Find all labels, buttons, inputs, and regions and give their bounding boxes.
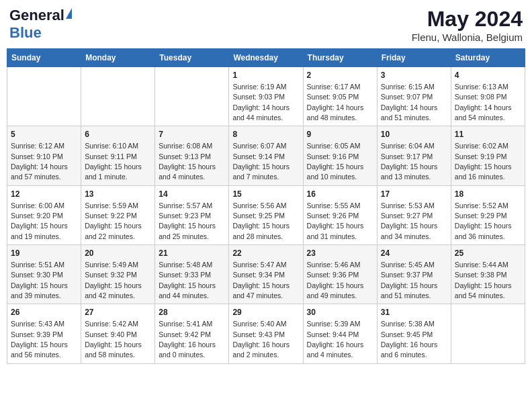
page-header: General Blue May 2024 Flenu, Wallonia, B…: [7, 7, 525, 43]
day-number: 25: [455, 248, 521, 259]
day-number: 19: [11, 248, 77, 259]
day-number: 22: [232, 248, 299, 259]
day-number: 31: [381, 307, 447, 318]
day-number: 30: [307, 307, 373, 318]
logo: General Blue: [9, 7, 72, 42]
calendar-cell: [7, 67, 81, 126]
day-number: 28: [159, 307, 225, 318]
day-info: Sunrise: 6:19 AM Sunset: 9:03 PM Dayligh…: [232, 83, 290, 122]
calendar-cell: [81, 67, 155, 126]
day-number: 8: [232, 129, 299, 140]
day-number: 15: [232, 189, 299, 200]
day-number: 4: [455, 70, 521, 81]
month-year-title: May 2024: [412, 7, 523, 32]
day-info: Sunrise: 6:17 AM Sunset: 9:05 PM Dayligh…: [307, 83, 364, 122]
day-number: 11: [455, 129, 521, 140]
day-number: 21: [159, 248, 225, 259]
calendar-cell: 20Sunrise: 5:49 AM Sunset: 9:32 PM Dayli…: [81, 245, 155, 304]
calendar-cell: 8Sunrise: 6:07 AM Sunset: 9:14 PM Daylig…: [229, 126, 303, 185]
day-number: 18: [455, 189, 521, 200]
day-info: Sunrise: 5:44 AM Sunset: 9:38 PM Dayligh…: [455, 261, 512, 300]
day-info: Sunrise: 5:39 AM Sunset: 9:44 PM Dayligh…: [307, 320, 364, 359]
day-info: Sunrise: 5:56 AM Sunset: 9:25 PM Dayligh…: [232, 201, 290, 240]
calendar-cell: 2Sunrise: 6:17 AM Sunset: 9:05 PM Daylig…: [303, 67, 377, 126]
calendar-cell: 1Sunrise: 6:19 AM Sunset: 9:03 PM Daylig…: [229, 67, 303, 126]
day-number: 6: [85, 129, 151, 140]
day-number: 27: [85, 307, 151, 318]
day-number: 23: [307, 248, 373, 259]
day-number: 13: [85, 189, 151, 200]
day-info: Sunrise: 5:46 AM Sunset: 9:36 PM Dayligh…: [307, 261, 364, 300]
day-info: Sunrise: 5:42 AM Sunset: 9:40 PM Dayligh…: [85, 320, 142, 359]
calendar-cell: 3Sunrise: 6:15 AM Sunset: 9:07 PM Daylig…: [377, 67, 451, 126]
day-info: Sunrise: 6:15 AM Sunset: 9:07 PM Dayligh…: [381, 83, 438, 122]
calendar-table: SundayMondayTuesdayWednesdayThursdayFrid…: [7, 48, 525, 364]
logo-triangle-icon: [66, 8, 72, 19]
calendar-cell: 15Sunrise: 5:56 AM Sunset: 9:25 PM Dayli…: [229, 185, 303, 244]
calendar-cell: 10Sunrise: 6:04 AM Sunset: 9:17 PM Dayli…: [377, 126, 451, 185]
calendar-cell: 31Sunrise: 5:38 AM Sunset: 9:45 PM Dayli…: [377, 304, 451, 363]
weekday-header-tuesday: Tuesday: [155, 49, 229, 67]
calendar-cell: 30Sunrise: 5:39 AM Sunset: 9:44 PM Dayli…: [303, 304, 377, 363]
day-info: Sunrise: 5:57 AM Sunset: 9:23 PM Dayligh…: [159, 201, 216, 240]
day-info: Sunrise: 5:45 AM Sunset: 9:37 PM Dayligh…: [381, 261, 438, 300]
calendar-cell: [451, 304, 525, 363]
calendar-cell: 13Sunrise: 5:59 AM Sunset: 9:22 PM Dayli…: [81, 185, 155, 244]
weekday-header-monday: Monday: [81, 49, 155, 67]
calendar-cell: 28Sunrise: 5:41 AM Sunset: 9:42 PM Dayli…: [155, 304, 229, 363]
day-info: Sunrise: 5:47 AM Sunset: 9:34 PM Dayligh…: [232, 261, 290, 300]
title-block: May 2024 Flenu, Wallonia, Belgium: [412, 7, 523, 43]
calendar-cell: 12Sunrise: 6:00 AM Sunset: 9:20 PM Dayli…: [7, 185, 81, 244]
day-info: Sunrise: 6:08 AM Sunset: 9:13 PM Dayligh…: [159, 142, 216, 181]
day-info: Sunrise: 5:41 AM Sunset: 9:42 PM Dayligh…: [159, 320, 216, 359]
calendar-body: 1Sunrise: 6:19 AM Sunset: 9:03 PM Daylig…: [7, 67, 525, 364]
day-number: 16: [307, 189, 373, 200]
calendar-cell: 4Sunrise: 6:13 AM Sunset: 9:08 PM Daylig…: [451, 67, 525, 126]
day-info: Sunrise: 5:43 AM Sunset: 9:39 PM Dayligh…: [11, 320, 68, 359]
calendar-cell: 26Sunrise: 5:43 AM Sunset: 9:39 PM Dayli…: [7, 304, 81, 363]
calendar-cell: 24Sunrise: 5:45 AM Sunset: 9:37 PM Dayli…: [377, 245, 451, 304]
day-number: 26: [11, 307, 77, 318]
weekday-header-saturday: Saturday: [451, 49, 525, 67]
calendar-cell: 29Sunrise: 5:40 AM Sunset: 9:43 PM Dayli…: [229, 304, 303, 363]
calendar-cell: 17Sunrise: 5:53 AM Sunset: 9:27 PM Dayli…: [377, 185, 451, 244]
day-number: 2: [307, 70, 373, 81]
calendar-cell: 22Sunrise: 5:47 AM Sunset: 9:34 PM Dayli…: [229, 245, 303, 304]
day-number: 24: [381, 248, 447, 259]
calendar-cell: 19Sunrise: 5:51 AM Sunset: 9:30 PM Dayli…: [7, 245, 81, 304]
day-number: 5: [11, 129, 77, 140]
day-info: Sunrise: 6:12 AM Sunset: 9:10 PM Dayligh…: [11, 142, 68, 181]
day-info: Sunrise: 5:49 AM Sunset: 9:32 PM Dayligh…: [85, 261, 142, 300]
calendar-week-5: 26Sunrise: 5:43 AM Sunset: 9:39 PM Dayli…: [7, 304, 525, 363]
calendar-cell: 14Sunrise: 5:57 AM Sunset: 9:23 PM Dayli…: [155, 185, 229, 244]
calendar-week-2: 5Sunrise: 6:12 AM Sunset: 9:10 PM Daylig…: [7, 126, 525, 185]
calendar-cell: 9Sunrise: 6:05 AM Sunset: 9:16 PM Daylig…: [303, 126, 377, 185]
day-info: Sunrise: 6:07 AM Sunset: 9:14 PM Dayligh…: [232, 142, 290, 181]
day-info: Sunrise: 6:10 AM Sunset: 9:11 PM Dayligh…: [85, 142, 142, 181]
calendar-cell: 11Sunrise: 6:02 AM Sunset: 9:19 PM Dayli…: [451, 126, 525, 185]
day-info: Sunrise: 5:59 AM Sunset: 9:22 PM Dayligh…: [85, 201, 142, 240]
calendar-cell: 16Sunrise: 5:55 AM Sunset: 9:26 PM Dayli…: [303, 185, 377, 244]
day-number: 20: [85, 248, 151, 259]
day-number: 3: [381, 70, 447, 81]
logo-blue-text: Blue: [9, 24, 42, 42]
day-number: 29: [232, 307, 299, 318]
weekday-header-row: SundayMondayTuesdayWednesdayThursdayFrid…: [7, 49, 525, 67]
day-info: Sunrise: 6:04 AM Sunset: 9:17 PM Dayligh…: [381, 142, 438, 181]
day-info: Sunrise: 5:52 AM Sunset: 9:29 PM Dayligh…: [455, 201, 512, 240]
day-number: 10: [381, 129, 447, 140]
calendar-cell: [155, 67, 229, 126]
calendar-header: SundayMondayTuesdayWednesdayThursdayFrid…: [7, 49, 525, 67]
location-subtitle: Flenu, Wallonia, Belgium: [412, 32, 523, 43]
calendar-cell: 27Sunrise: 5:42 AM Sunset: 9:40 PM Dayli…: [81, 304, 155, 363]
day-number: 9: [307, 129, 373, 140]
calendar-week-1: 1Sunrise: 6:19 AM Sunset: 9:03 PM Daylig…: [7, 67, 525, 126]
weekday-header-sunday: Sunday: [7, 49, 81, 67]
calendar-cell: 21Sunrise: 5:48 AM Sunset: 9:33 PM Dayli…: [155, 245, 229, 304]
day-info: Sunrise: 5:48 AM Sunset: 9:33 PM Dayligh…: [159, 261, 216, 300]
day-info: Sunrise: 6:13 AM Sunset: 9:08 PM Dayligh…: [455, 83, 512, 122]
day-number: 7: [159, 129, 225, 140]
weekday-header-friday: Friday: [377, 49, 451, 67]
day-number: 1: [232, 70, 299, 81]
day-number: 12: [11, 189, 77, 200]
